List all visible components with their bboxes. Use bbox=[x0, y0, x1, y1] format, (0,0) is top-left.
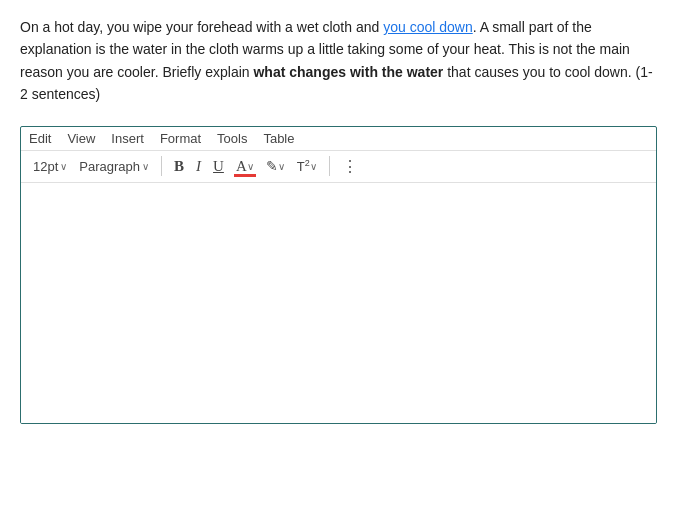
more-options-button[interactable]: ⋮ bbox=[338, 155, 363, 178]
font-size-selector[interactable]: 12pt ∨ bbox=[29, 157, 71, 176]
menu-view[interactable]: View bbox=[67, 131, 95, 146]
menu-tools[interactable]: Tools bbox=[217, 131, 247, 146]
menu-format[interactable]: Format bbox=[160, 131, 201, 146]
toolbar-divider-1 bbox=[161, 156, 162, 176]
font-color-button[interactable]: A ∨ bbox=[232, 156, 258, 177]
font-size-value: 12pt bbox=[33, 159, 58, 174]
menu-bar: Edit View Insert Format Tools Table bbox=[21, 127, 656, 151]
paragraph-chevron-icon: ∨ bbox=[142, 161, 149, 172]
superscript-label: T2 bbox=[297, 158, 310, 174]
font-size-chevron-icon: ∨ bbox=[60, 161, 67, 172]
superscript-button[interactable]: T2 ∨ bbox=[293, 156, 321, 176]
menu-insert[interactable]: Insert bbox=[111, 131, 144, 146]
question-text-before-link: On a hot day, you wipe your forehead wit… bbox=[20, 19, 383, 35]
font-color-chevron-icon: ∨ bbox=[247, 161, 254, 172]
highlight-chevron-icon: ∨ bbox=[278, 161, 285, 172]
highlight-icon: ✎ bbox=[266, 158, 278, 174]
question-link[interactable]: you cool down bbox=[383, 19, 473, 35]
font-color-label: A bbox=[236, 158, 247, 175]
menu-table[interactable]: Table bbox=[263, 131, 294, 146]
question-bold-text: what changes with the water bbox=[253, 64, 443, 80]
underline-button[interactable]: U bbox=[209, 156, 228, 177]
editor-container: Edit View Insert Format Tools Table 12pt… bbox=[20, 126, 657, 424]
highlight-button[interactable]: ✎ ∨ bbox=[262, 156, 289, 176]
toolbar-divider-2 bbox=[329, 156, 330, 176]
bold-button[interactable]: B bbox=[170, 156, 188, 177]
superscript-chevron-icon: ∨ bbox=[310, 161, 317, 172]
editor-area[interactable] bbox=[21, 183, 656, 423]
toolbar: 12pt ∨ Paragraph ∨ B I U A ∨ ✎ ∨ T2 ∨ ⋮ bbox=[21, 151, 656, 183]
menu-edit[interactable]: Edit bbox=[29, 131, 51, 146]
italic-button[interactable]: I bbox=[192, 156, 205, 177]
paragraph-selector[interactable]: Paragraph ∨ bbox=[75, 157, 153, 176]
question-block: On a hot day, you wipe your forehead wit… bbox=[20, 16, 657, 106]
paragraph-label: Paragraph bbox=[79, 159, 140, 174]
question-text: On a hot day, you wipe your forehead wit… bbox=[20, 16, 657, 106]
